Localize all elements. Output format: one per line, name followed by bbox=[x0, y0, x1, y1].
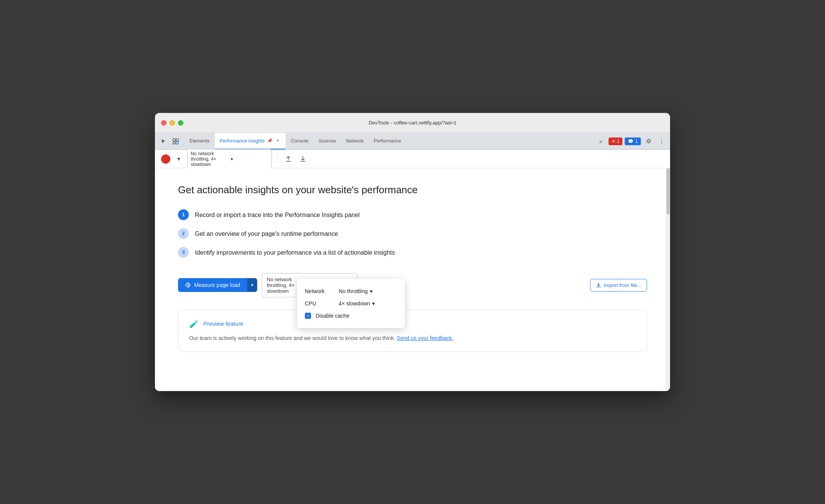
toolbar-throttle-select[interactable]: No network throttling, 4× slowdown ▾ bbox=[187, 149, 272, 169]
cpu-throttle-select[interactable]: 4× slowdown ▾ bbox=[339, 300, 375, 307]
record-dropdown-arrow[interactable]: ▾ bbox=[174, 154, 183, 164]
toolbar-divider bbox=[277, 154, 278, 164]
steps-list: 1 Record or import a trace into the Perf… bbox=[178, 209, 647, 258]
disable-cache-row: ✓ Disable cache bbox=[305, 310, 397, 322]
step-item-3: 3 Identify improvements to your performa… bbox=[178, 247, 647, 258]
tab-bar: Elements Performance insights 📌 ✕ Consol… bbox=[155, 133, 670, 150]
step-number-2: 2 bbox=[178, 228, 189, 239]
feedback-link[interactable]: Send us your feedback. bbox=[397, 335, 453, 341]
close-button[interactable] bbox=[161, 120, 166, 126]
error-badge-button[interactable]: ✕ 1 bbox=[609, 138, 623, 145]
tab-close-button[interactable]: ✕ bbox=[275, 138, 281, 144]
cpu-select-chevron-icon: ▾ bbox=[372, 300, 375, 307]
cpu-label: CPU bbox=[305, 300, 336, 307]
tab-performance-insights[interactable]: Performance insights 📌 ✕ bbox=[215, 133, 285, 149]
more-options-icon[interactable]: ⋮ bbox=[656, 136, 667, 147]
settings-icon[interactable]: ⚙ bbox=[643, 136, 654, 147]
tab-bar-icons bbox=[158, 133, 181, 149]
svg-rect-2 bbox=[173, 142, 175, 144]
error-icon: ✕ bbox=[612, 139, 615, 144]
tab-console[interactable]: Console bbox=[286, 133, 313, 149]
warning-badge-button[interactable]: 💬 1 bbox=[625, 138, 641, 145]
error-count: 1 bbox=[617, 139, 620, 144]
toolbar: ▾ No network throttling, 4× slowdown ▾ bbox=[155, 150, 670, 168]
tab-sources[interactable]: Sources bbox=[314, 133, 341, 149]
svg-rect-1 bbox=[176, 139, 178, 141]
network-label: Network bbox=[305, 288, 336, 294]
network-throttle-value: No throttling bbox=[339, 288, 368, 294]
tab-performance[interactable]: Performance bbox=[369, 133, 406, 149]
preview-header: 🧪 Preview feature bbox=[189, 319, 636, 328]
main-content: Get actionable insights on your website'… bbox=[155, 168, 670, 391]
network-row: Network No throttling ▾ bbox=[305, 285, 397, 297]
import-from-file-button[interactable]: Import from file... bbox=[590, 279, 647, 292]
warning-count: 1 bbox=[635, 139, 638, 144]
inspect-icon[interactable] bbox=[170, 136, 181, 147]
step-text-3: Identify improvements to your performanc… bbox=[195, 247, 395, 257]
traffic-lights bbox=[161, 120, 183, 126]
preview-feature-title: Preview feature bbox=[203, 320, 243, 327]
svg-rect-3 bbox=[176, 142, 178, 144]
more-tabs-button[interactable]: » bbox=[595, 136, 606, 147]
step-number-1: 1 bbox=[178, 209, 189, 220]
tab-elements[interactable]: Elements bbox=[185, 133, 214, 149]
step-number-3: 3 bbox=[178, 247, 189, 258]
step-text-2: Get an overview of your page's runtime p… bbox=[195, 228, 338, 239]
step-item-2: 2 Get an overview of your page's runtime… bbox=[178, 228, 647, 239]
pin-icon: 📌 bbox=[267, 138, 273, 143]
tab-bar-right: » ✕ 1 💬 1 ⚙ ⋮ bbox=[595, 133, 667, 149]
cpu-row: CPU 4× slowdown ▾ bbox=[305, 297, 397, 310]
disable-cache-checkbox[interactable]: ✓ bbox=[305, 313, 311, 319]
cursor-icon[interactable] bbox=[158, 136, 169, 147]
disable-cache-label: Disable cache bbox=[316, 313, 349, 319]
step-item-1: 1 Record or import a trace into the Perf… bbox=[178, 209, 647, 220]
throttle-label: No network throttling, 4× slowdown bbox=[191, 151, 228, 167]
throttle-chevron-icon: ▾ bbox=[231, 156, 268, 162]
warning-icon: 💬 bbox=[628, 139, 634, 144]
scrollbar-track bbox=[665, 168, 670, 391]
upload-icon[interactable] bbox=[283, 154, 294, 164]
cpu-throttle-value: 4× slowdown bbox=[339, 300, 370, 307]
network-throttle-select[interactable]: No throttling ▾ bbox=[339, 288, 373, 294]
minimize-button[interactable] bbox=[170, 120, 175, 126]
flask-icon: 🧪 bbox=[189, 319, 199, 328]
scrollbar-thumb[interactable] bbox=[667, 168, 670, 214]
maximize-button[interactable] bbox=[178, 120, 183, 126]
measure-dropdown-arrow-button[interactable]: ▾ bbox=[247, 278, 257, 292]
page-title: Get actionable insights on your website'… bbox=[178, 184, 647, 197]
devtools-window: DevTools - coffee-cart.netlify.app/?ad=1… bbox=[155, 113, 670, 391]
measure-page-load-button[interactable]: Measure page load bbox=[178, 278, 247, 292]
import-button-label: Import from file... bbox=[604, 282, 641, 288]
actions-row: Measure page load ▾ No network throttlin… bbox=[178, 273, 647, 297]
measure-button-group: Measure page load ▾ bbox=[178, 278, 257, 292]
record-button[interactable] bbox=[161, 154, 170, 164]
network-select-chevron-icon: ▾ bbox=[370, 288, 373, 294]
tab-network[interactable]: Network bbox=[341, 133, 368, 149]
download-icon[interactable] bbox=[298, 154, 308, 164]
preview-feature-box: 🧪 Preview feature Our team is actively w… bbox=[178, 310, 647, 352]
window-title: DevTools - coffee-cart.netlify.app/?ad=1 bbox=[369, 120, 456, 126]
titlebar: DevTools - coffee-cart.netlify.app/?ad=1 bbox=[155, 113, 670, 133]
throttle-dropdown-popup: Network No throttling ▾ CPU 4× slowdown … bbox=[297, 279, 405, 328]
preview-feature-text: Our team is actively working on this fea… bbox=[189, 334, 636, 342]
svg-rect-0 bbox=[173, 139, 175, 141]
step-text-1: Record or import a trace into the Perfor… bbox=[195, 209, 360, 220]
measure-button-label: Measure page load bbox=[194, 282, 240, 288]
